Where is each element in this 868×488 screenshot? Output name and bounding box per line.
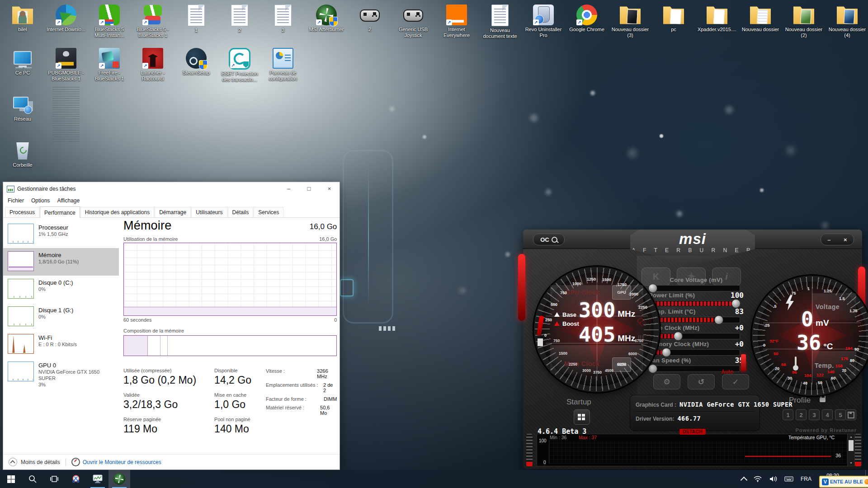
desktop-icon[interactable]: ↗ Nouveau dossier (2) (782, 3, 826, 39)
profile-save-button[interactable] (845, 409, 856, 420)
touch-keyboard-icon[interactable] (781, 470, 797, 488)
temp-limit-knob[interactable] (714, 315, 723, 324)
temp-limit-track[interactable] (649, 317, 740, 323)
desktop-icon[interactable]: ↗ 2 (218, 3, 261, 39)
close-button[interactable]: × (844, 236, 847, 243)
menu-item[interactable]: Options (28, 197, 53, 204)
perf-sidebar-item[interactable]: Disque 0 (C:) 0% (3, 276, 119, 303)
power-limit-knob[interactable] (731, 299, 741, 308)
desktop-icon[interactable]: ↗ Google Chrome (565, 3, 609, 39)
memory-clock-track[interactable] (649, 349, 740, 356)
memory-clock-slider[interactable]: Memory Clock (MHz) +0 (649, 341, 744, 356)
volume-tray-icon[interactable] (765, 470, 781, 488)
desktop-icon[interactable]: ↗ Revo Uninstaller Pro (522, 3, 565, 39)
desktop-icon[interactable]: ↗ Launcher - Raccourci (131, 46, 175, 83)
tab[interactable]: Démarrage (155, 207, 191, 217)
power-limit-slider[interactable]: Power Limit (%) 100 (649, 292, 744, 307)
desktop-icon[interactable]: ↗ FreeFire - BlueStacks 1 (88, 46, 131, 83)
profile-slot-button[interactable]: 3 (809, 409, 820, 420)
action-button[interactable]: ⚙ (653, 374, 680, 389)
language-indicator[interactable]: FRA (797, 470, 815, 488)
perf-sidebar-item[interactable]: GPU 0 NVIDIA GeForce GTX 1650 SUPER 3% (3, 358, 119, 391)
minimize-button[interactable]: – (278, 182, 299, 196)
desktop-icon[interactable]: ↗ 2 (348, 3, 392, 39)
profile-slot-button[interactable]: 2 (796, 409, 807, 420)
scroll-down-icon[interactable]: ▼ (848, 461, 854, 465)
monitor-title: Température GPU, °C (788, 435, 835, 440)
desktop-icon[interactable]: ↗ BlueStacks 5 - BlueStacks 1 (131, 3, 175, 39)
desktop-icon[interactable]: ↗ Ce PC (1, 46, 44, 83)
perf-sidebar-item[interactable]: Disque 1 (G:) 0% (3, 303, 119, 331)
desktop-icon[interactable]: ↗ Internet Downlo... (44, 3, 88, 39)
start-button[interactable] (0, 470, 22, 488)
desktop-icon[interactable]: ↗ SteamSetup (175, 46, 218, 83)
perf-sidebar-item[interactable]: Processeur 1% 1,50 GHz (3, 221, 119, 248)
desktop-icon[interactable]: ↗ ESET Protection des transactio... (218, 46, 261, 83)
snipping-tool-button[interactable] (65, 470, 87, 488)
core-clock-knob[interactable] (674, 332, 683, 341)
desktop-icon[interactable]: ↗ Nouveau dossier (4) (826, 3, 868, 39)
core-voltage-track[interactable] (649, 285, 740, 291)
profile-lock-icon[interactable] (820, 398, 826, 402)
core-voltage-knob[interactable] (648, 284, 657, 293)
temp-limit-slider[interactable]: Temp. Limit (°C) 83 (649, 308, 744, 324)
tray-chevron-button[interactable] (738, 470, 750, 488)
fan-speed-knob[interactable] (648, 364, 657, 373)
tab[interactable]: Performance (40, 206, 80, 218)
tab[interactable]: Détails (228, 207, 254, 217)
shortcut-arrow-icon: ↗ (316, 19, 322, 25)
scroll-up-icon[interactable]: ▲ (848, 435, 854, 439)
task-manager-taskbar-button[interactable] (87, 470, 108, 488)
wifi-tray-icon[interactable] (750, 470, 765, 488)
monitor-scrollbar[interactable]: ▲ ▼ (847, 434, 854, 466)
open-resource-monitor-link[interactable]: Ouvrir le Moniteur de ressources (83, 459, 161, 465)
profile-slot-button[interactable]: 5 (835, 409, 846, 420)
desktop-icon[interactable]: ↗ PUBGMOBILE - BlueStacks 1 (44, 46, 88, 83)
desktop-icon[interactable]: ↗ 3 (261, 3, 305, 39)
detach-button[interactable]: DETACH (679, 429, 706, 435)
tab[interactable]: Services (254, 207, 283, 217)
core-voltage-slider[interactable]: Core Voltage (mV) (649, 277, 744, 292)
desktop-icon[interactable]: ↗ bilel (1, 3, 44, 39)
menu-item[interactable]: Affichage (53, 197, 83, 204)
desktop-icon[interactable]: ↗ 1 (175, 3, 218, 39)
desktop-icon[interactable]: ↗ Xpadder.v2015.... (695, 3, 739, 39)
profile-slot-button[interactable]: 4 (822, 409, 833, 420)
oc-scanner-button[interactable]: OC (533, 234, 565, 245)
task-view-button[interactable] (43, 470, 65, 488)
desktop-icon[interactable]: ↗ Nouveau dossier (739, 3, 782, 39)
action-button[interactable]: ↺ (688, 374, 715, 389)
desktop-icon[interactable]: ↗ pc (652, 3, 695, 39)
desktop-icon[interactable]: ↗ Nouveau dossier (3) (609, 3, 652, 39)
maximize-button[interactable]: □ (299, 182, 319, 196)
core-clock-slider[interactable]: Core Clock (MHz) +0 (649, 324, 744, 340)
scrollbar-thumb[interactable] (849, 440, 854, 451)
tab[interactable]: Historique des applications (80, 207, 154, 217)
close-button[interactable]: × (319, 182, 340, 196)
tab[interactable]: Processus (5, 207, 39, 217)
desktop-icon[interactable]: ↗ Nouveau document texte (478, 3, 522, 39)
afterburner-taskbar-button[interactable] (108, 470, 130, 488)
profile-slot-button[interactable]: 1 (783, 409, 793, 420)
tab[interactable]: Utilisateurs (191, 207, 227, 217)
perf-sidebar-item[interactable]: Mémoire 1,8/16,0 Go (11%) (3, 248, 119, 276)
desktop-icon[interactable]: ↗ Corbeille (1, 138, 44, 168)
memory-clock-knob[interactable] (662, 348, 671, 357)
less-details-button[interactable]: Moins de détails (21, 459, 60, 465)
desktop-icon[interactable]: ↗ MSI Afterburner (305, 3, 348, 39)
title-bar[interactable]: Gestionnaire des tâches – □ × (3, 182, 340, 196)
power-limit-track[interactable] (649, 300, 740, 307)
core-clock-track[interactable] (649, 333, 740, 339)
action-button[interactable]: ✓ (722, 374, 749, 389)
desktop-icon[interactable]: ↗ Internet Everywhere (435, 3, 478, 39)
menu-item[interactable]: Fichier (4, 197, 28, 204)
desktop-icon[interactable]: ↗ Panneau de configuration (261, 46, 305, 83)
windows-startup-button[interactable] (574, 409, 590, 425)
vente-au-ble-popup[interactable]: V ENTE AU BLE (819, 476, 868, 488)
desktop-icon[interactable]: ↗ Réseau (1, 92, 44, 122)
minimize-button[interactable]: – (827, 236, 830, 243)
desktop-icon[interactable]: ↗ BlueStacks 5 Multi-Instan... (88, 3, 131, 39)
perf-sidebar-item[interactable]: Wi-Fi E : 0 R : 0 Kbits/s (3, 331, 119, 358)
search-button[interactable] (22, 470, 43, 488)
desktop-icon[interactable]: ↗ Generic USB Joystick (392, 3, 435, 39)
